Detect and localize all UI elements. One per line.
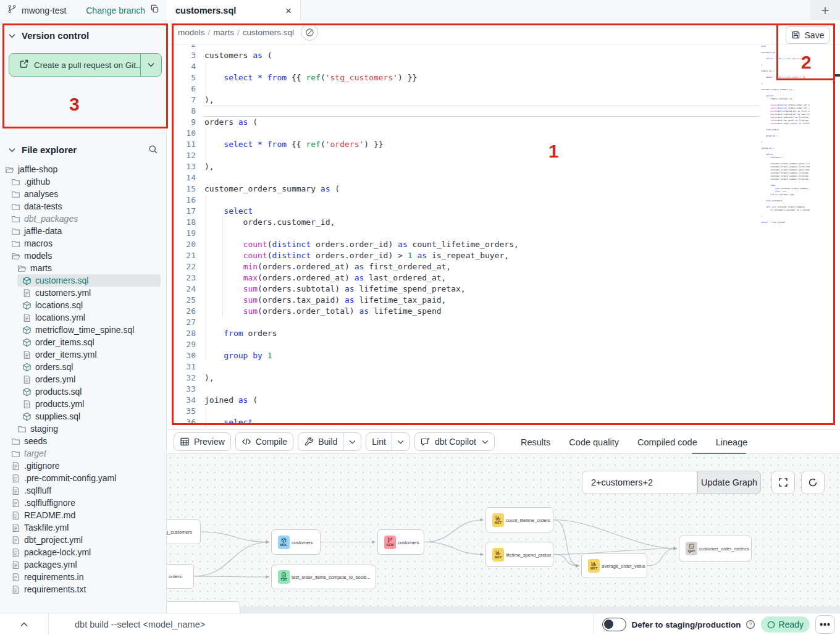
tree-item-target[interactable]: target — [0, 447, 167, 460]
tree-item-dbt-project-yml[interactable]: dbt_project.yml — [0, 534, 167, 546]
node-label: lifetime_spend_pretax — [506, 552, 551, 557]
tree-item-package-lock-yml[interactable]: package-lock.yml — [0, 546, 167, 558]
tree-item-customers-sql[interactable]: customers.sql — [0, 274, 167, 287]
ready-status-badge[interactable]: Ready — [761, 616, 810, 633]
tree-item-taskfile-yml[interactable]: Taskfile.yml — [0, 521, 167, 534]
tree-item-marts[interactable]: marts — [0, 262, 167, 274]
lineage-filter-input[interactable]: 2+customers+2 — [582, 471, 697, 494]
lineage-canvas[interactable]: MDLstg_customersMDLordersMDLcustomersTST… — [167, 454, 840, 613]
tree-item-staging[interactable]: staging — [0, 423, 167, 435]
tree-item-products-sql[interactable]: products.sql — [0, 385, 167, 398]
breadcrumb-part[interactable]: marts — [213, 28, 234, 37]
dbt-copilot-button[interactable]: dbt Copilot — [414, 432, 495, 451]
file-icon — [11, 474, 20, 483]
lint-button[interactable]: Lint — [366, 432, 410, 451]
version-control-header[interactable]: Version control — [9, 30, 89, 41]
tree-item-label: staging — [30, 424, 58, 434]
breadcrumb-bar: models/marts/customers.sql Save — [167, 20, 840, 44]
more-options-button[interactable]: ••• — [815, 615, 835, 634]
model-icon — [22, 338, 32, 347]
expand-console-icon[interactable] — [0, 622, 48, 627]
code-editor[interactable]: 1 2 3 4 5 6 7 8 9 10 11 12 13 14 15 16 1… — [167, 44, 840, 429]
lineage-node-orders[interactable]: MDLorders — [167, 564, 194, 589]
lineage-node-count[interactable]: METcount_lifetime_orders — [485, 507, 553, 532]
button-label: Build — [318, 437, 337, 447]
scrollbar-thumb[interactable] — [835, 74, 840, 77]
file-icon — [11, 523, 20, 532]
tree-item--sqlfluffignore[interactable]: .sqlfluffignore — [0, 497, 167, 509]
tree-item-order-items-yml[interactable]: order_items.yml — [0, 348, 167, 361]
tree-item-jaffle-data[interactable]: jaffle-data — [0, 225, 167, 237]
new-tab-button[interactable] — [810, 0, 840, 20]
help-icon[interactable]: ? — [746, 620, 755, 629]
tree-item-dbt-packages[interactable]: dbt_packages — [0, 212, 167, 225]
change-branch-link[interactable]: Change branch — [86, 6, 145, 15]
chevron-down-icon[interactable] — [343, 433, 361, 450]
breadcrumb-part[interactable]: customers.sql — [243, 28, 294, 37]
close-tab-icon[interactable]: × — [285, 6, 292, 16]
tree-item-seeds[interactable]: seeds — [0, 435, 167, 447]
lineage-node-customers_sem[interactable]: SEMcustomers — [377, 529, 424, 555]
lineage-node-metrics[interactable]: QRYcustomer_order_metrics — [679, 536, 752, 561]
tree-item--sqlfluff[interactable]: .sqlfluff — [0, 484, 167, 497]
tree-item-customers-yml[interactable]: customers.yml — [0, 287, 167, 299]
tree-item-requirements-txt[interactable]: requirements.txt — [0, 583, 167, 595]
tree-item-supplies-sql[interactable]: supplies.sql — [0, 410, 167, 423]
lineage-node-stg_customers[interactable]: MDLstg_customers — [167, 519, 201, 544]
tree-item-models[interactable]: models — [0, 250, 167, 262]
tab-code-quality[interactable]: Code quality — [569, 437, 619, 447]
lineage-node-clipped[interactable] — [167, 601, 240, 613]
search-icon[interactable] — [148, 145, 158, 157]
tab-results[interactable]: Results — [521, 437, 550, 447]
lineage-node-aov[interactable]: METaverage_order_value — [581, 553, 647, 578]
line-numbers: 1 2 3 4 5 6 7 8 9 10 11 12 13 14 15 16 1… — [167, 44, 196, 428]
file-icon — [22, 350, 32, 360]
tree-item-products-yml[interactable]: products.yml — [0, 398, 167, 410]
preview-button[interactable]: Preview — [174, 432, 231, 451]
button-label: Lint — [372, 437, 386, 447]
tab-compiled-code[interactable]: Compiled code — [637, 437, 697, 447]
breadcrumb-part[interactable]: models — [178, 28, 205, 37]
tree-item-data-tests[interactable]: data-tests — [0, 200, 167, 212]
update-graph-button[interactable]: Update Graph — [697, 471, 761, 494]
cli-command[interactable]: dbt build --select <model_name> — [75, 620, 205, 629]
folder-open-icon — [11, 251, 20, 261]
lineage-node-customers_mdl[interactable]: MDLcustomers — [271, 529, 321, 555]
tree-item--pre-commit-config-yaml[interactable]: .pre-commit-config.yaml — [0, 472, 167, 484]
tab-lineage[interactable]: Lineage — [716, 437, 748, 447]
file-explorer-header[interactable]: File explorer — [9, 145, 77, 155]
compile-button[interactable]: Compile — [235, 432, 293, 451]
create-pull-request-button[interactable]: Create a pull request on Git... — [9, 53, 162, 77]
copy-icon[interactable] — [150, 4, 159, 16]
status-bar: dbt build --select <model_name> Defer to… — [0, 613, 840, 635]
refresh-button[interactable] — [801, 471, 825, 494]
tree-item-locations-yml[interactable]: locations.yml — [0, 311, 167, 324]
copilot-circle-icon[interactable] — [301, 23, 318, 41]
fullscreen-button[interactable] — [771, 471, 795, 494]
tree-item-orders-yml[interactable]: orders.yml — [0, 373, 167, 385]
tree-item-metricflow-time-spine-sql[interactable]: metricflow_time_spine.sql — [0, 324, 167, 336]
tree-item-jaffle-shop[interactable]: jaffle-shop — [0, 163, 167, 175]
chevron-down-icon[interactable] — [392, 433, 410, 450]
tab-customers-sql[interactable]: customers.sql × — [167, 0, 301, 21]
tree-item--gitignore[interactable]: .gitignore — [0, 460, 167, 472]
tree-item-orders-sql[interactable]: orders.sql — [0, 361, 167, 373]
tree-item--github[interactable]: .github — [0, 175, 167, 188]
tree-item-requirements-in[interactable]: requirements.in — [0, 571, 167, 583]
tree-item-packages-yml[interactable]: packages.yml — [0, 558, 167, 571]
tree-item-analyses[interactable]: analyses — [0, 188, 167, 200]
lineage-node-pretax[interactable]: METlifetime_spend_pretax — [485, 542, 553, 567]
branch-icon — [7, 4, 17, 16]
folder-icon — [11, 177, 20, 187]
lineage-node-test[interactable]: TSTtest_order_items_compute_to_bools... — [271, 565, 376, 589]
defer-toggle[interactable] — [602, 618, 626, 631]
tree-item-macros[interactable]: macros — [0, 237, 167, 250]
tree-item-order-items-sql[interactable]: order_items.sql — [0, 336, 167, 348]
build-button[interactable]: Build — [298, 432, 361, 451]
pr-options-chevron[interactable] — [140, 54, 161, 76]
tree-item-readme-md[interactable]: README.md — [0, 509, 167, 521]
tree-item-locations-sql[interactable]: locations.sql — [0, 299, 167, 311]
button-label: Preview — [194, 437, 225, 447]
save-button[interactable]: Save — [786, 26, 830, 44]
minimap[interactable]: with customers as ( select * from {{ ref… — [761, 45, 810, 342]
